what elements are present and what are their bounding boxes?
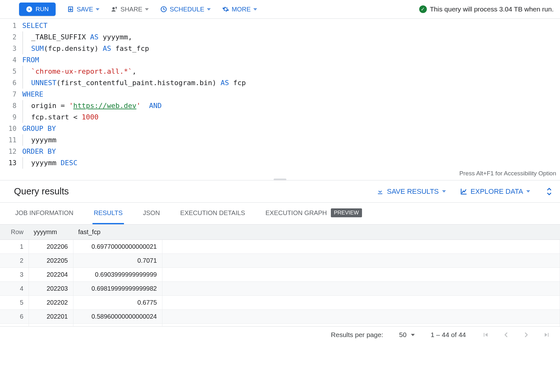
cell-fast_fcp: 0.6775 bbox=[73, 296, 162, 310]
code-line[interactable]: 10GROUP BY bbox=[0, 123, 560, 134]
table-row[interactable]: 12022060.69770000000000021 bbox=[0, 240, 560, 254]
caret-down-icon bbox=[207, 8, 211, 10]
line-number: 6 bbox=[0, 77, 22, 89]
toolbar: RUN SAVE SHARE SCHEDULE MORE ✓ This quer… bbox=[0, 0, 560, 19]
code-line[interactable]: 6UNNEST(first_contentful_paint.histogram… bbox=[0, 77, 560, 89]
last-page-icon[interactable] bbox=[543, 331, 550, 339]
save-results-button[interactable]: SAVE RESULTS bbox=[376, 187, 446, 196]
resize-handle[interactable] bbox=[274, 179, 286, 180]
table-row[interactable]: 42022030.69819999999999982 bbox=[0, 282, 560, 296]
table-body: 12022060.6977000000000002122022050.70713… bbox=[0, 240, 560, 327]
status-text: This query will process 3.04 TB when run… bbox=[430, 5, 554, 13]
code-line[interactable]: 12ORDER BY bbox=[0, 146, 560, 157]
line-number: 12 bbox=[0, 146, 22, 157]
code-content[interactable]: yyyymm DESC bbox=[22, 157, 78, 169]
preview-badge: PREVIEW bbox=[331, 208, 362, 217]
cell-fast_fcp: 0.6903999999999999 bbox=[73, 268, 162, 282]
schedule-button[interactable]: SCHEDULE bbox=[160, 6, 211, 13]
column-row[interactable]: Row bbox=[0, 225, 29, 240]
code-line[interactable]: 5`chrome-ux-report.all.*`, bbox=[0, 66, 560, 77]
caret-down-icon bbox=[96, 8, 99, 10]
code-line[interactable]: 2_TABLE_SUFFIX AS yyyymm, bbox=[0, 31, 560, 43]
cell-yyyymm: 202202 bbox=[29, 296, 73, 310]
code-content[interactable]: yyyymm bbox=[22, 134, 56, 146]
query-status: ✓ This query will process 3.04 TB when r… bbox=[419, 5, 554, 13]
code-line[interactable]: 7WHERE bbox=[0, 89, 560, 100]
code-line[interactable]: 13yyyymm DESC bbox=[0, 157, 560, 169]
tab-json[interactable]: JSON bbox=[142, 203, 161, 224]
cell-row: 1 bbox=[0, 240, 29, 254]
code-content[interactable]: `chrome-ux-report.all.*`, bbox=[22, 66, 136, 77]
cell-fast_fcp: 0.58960000000000024 bbox=[73, 310, 162, 324]
next-page-icon[interactable] bbox=[522, 331, 530, 339]
caret-down-icon bbox=[411, 334, 415, 336]
code-line[interactable]: 11yyyymm bbox=[0, 134, 560, 146]
line-number: 10 bbox=[0, 123, 22, 134]
tab-execution-details[interactable]: EXECUTION DETAILS bbox=[179, 203, 246, 224]
caret-down-icon bbox=[145, 8, 149, 10]
cell-row: 3 bbox=[0, 268, 29, 282]
code-content[interactable]: GROUP BY bbox=[22, 123, 56, 134]
cell-yyyymm: 202205 bbox=[29, 254, 73, 268]
table-row[interactable]: 32022040.6903999999999999 bbox=[0, 268, 560, 282]
table-row[interactable]: 52022020.6775 bbox=[0, 296, 560, 310]
tab-job-information[interactable]: JOB INFORMATION bbox=[14, 203, 75, 224]
line-number: 3 bbox=[0, 43, 22, 54]
clock-icon bbox=[160, 6, 167, 13]
cell-fast_fcp: 0.4169000000000001 bbox=[73, 324, 162, 327]
code-content[interactable]: SELECT bbox=[22, 20, 47, 31]
tab-results[interactable]: RESULTS bbox=[92, 203, 124, 224]
code-content[interactable]: FROM bbox=[22, 54, 39, 66]
cell-row: 2 bbox=[0, 254, 29, 268]
cell-yyyymm: 202203 bbox=[29, 282, 73, 296]
results-table-wrap: Rowyyyymmfast_fcp 12022060.6977000000000… bbox=[0, 225, 560, 326]
table-row[interactable]: 62022010.58960000000000024 bbox=[0, 310, 560, 324]
cell-row: 5 bbox=[0, 296, 29, 310]
gear-icon bbox=[222, 6, 229, 13]
more-button[interactable]: MORE bbox=[222, 6, 257, 13]
svg-point-2 bbox=[113, 7, 115, 10]
line-number: 11 bbox=[0, 134, 22, 146]
save-button[interactable]: SAVE bbox=[67, 6, 99, 13]
code-line[interactable]: 4FROM bbox=[0, 54, 560, 66]
share-icon bbox=[111, 6, 118, 13]
line-number: 7 bbox=[0, 89, 22, 100]
chart-icon bbox=[460, 188, 468, 195]
cell-row: 6 bbox=[0, 310, 29, 324]
line-number: 13 bbox=[0, 157, 22, 169]
tab-execution-graph[interactable]: EXECUTION GRAPHPREVIEW bbox=[264, 203, 363, 224]
code-content[interactable]: UNNEST(first_contentful_paint.histogram.… bbox=[22, 77, 246, 89]
line-number: 5 bbox=[0, 66, 22, 77]
range-text: 1 – 44 of 44 bbox=[431, 331, 466, 339]
page-size-select[interactable]: 50 bbox=[399, 331, 415, 339]
first-page-icon[interactable] bbox=[482, 331, 489, 339]
prev-page-icon[interactable] bbox=[502, 331, 510, 339]
caret-down-icon bbox=[442, 190, 446, 193]
column-fast_fcp[interactable]: fast_fcp bbox=[73, 225, 162, 240]
run-label: RUN bbox=[36, 6, 49, 13]
code-content[interactable]: _TABLE_SUFFIX AS yyyymm, bbox=[22, 31, 132, 43]
cell-yyyymm: 202206 bbox=[29, 240, 73, 254]
explore-data-button[interactable]: EXPLORE DATA bbox=[460, 187, 530, 196]
accessibility-hint: Press Alt+F1 for Accessibility Option bbox=[0, 169, 560, 177]
code-content[interactable]: WHERE bbox=[22, 89, 43, 100]
expand-icon[interactable] bbox=[546, 187, 552, 196]
play-icon bbox=[26, 6, 32, 12]
results-tabs: JOB INFORMATIONRESULTSJSONEXECUTION DETA… bbox=[0, 203, 560, 225]
code-content[interactable]: fcp.start < 1000 bbox=[22, 112, 99, 123]
column-yyyymm[interactable]: yyyymm bbox=[29, 225, 73, 240]
table-row[interactable]: 72021120.4169000000000001 bbox=[0, 324, 560, 327]
code-content[interactable]: SUM(fcp.density) AS fast_fcp bbox=[22, 43, 149, 54]
table-row[interactable]: 22022050.7071 bbox=[0, 254, 560, 268]
code-line[interactable]: 9fcp.start < 1000 bbox=[0, 112, 560, 123]
share-button[interactable]: SHARE bbox=[111, 6, 149, 13]
code-content[interactable]: ORDER BY bbox=[22, 146, 56, 157]
cell-yyyymm: 202201 bbox=[29, 310, 73, 324]
sql-editor[interactable]: 1SELECT2_TABLE_SUFFIX AS yyyymm,3SUM(fcp… bbox=[0, 19, 560, 180]
results-header: Query results SAVE RESULTS EXPLORE DATA bbox=[0, 180, 560, 203]
code-line[interactable]: 1SELECT bbox=[0, 20, 560, 31]
code-line[interactable]: 8origin = 'https://web.dev' AND bbox=[0, 100, 560, 112]
run-button[interactable]: RUN bbox=[19, 3, 56, 16]
code-line[interactable]: 3SUM(fcp.density) AS fast_fcp bbox=[0, 43, 560, 54]
code-content[interactable]: origin = 'https://web.dev' AND bbox=[22, 100, 162, 112]
